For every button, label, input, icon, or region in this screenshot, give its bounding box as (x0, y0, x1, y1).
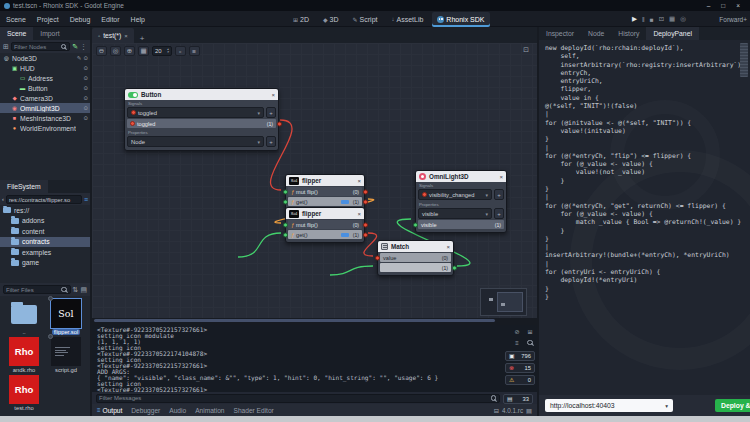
rholang-code[interactable]: new deployId(`rho:rchain:deployId`), sel… (545, 44, 745, 301)
add-item-button[interactable]: + (494, 208, 504, 219)
dock-tab-deploypanel[interactable]: DeployPanel (646, 27, 699, 40)
close-node-icon[interactable]: × (271, 92, 275, 98)
scene-tree-item-camera3d[interactable]: ◆Camera3D⊙ (0, 93, 90, 103)
arrange-nodes-button[interactable]: ≡ (189, 46, 200, 56)
scene-tree-item-meshinstance3d[interactable]: ■MeshInstance3D⊙ (0, 113, 90, 123)
screen-tab-script[interactable]: ✎Script (348, 12, 383, 27)
minimap-toggle-button[interactable]: ▫ (175, 46, 186, 56)
input-port[interactable] (413, 222, 418, 227)
input-port[interactable] (283, 199, 288, 204)
bottom-panel-animation[interactable]: Animation (195, 407, 224, 414)
snap-toggle-button[interactable]: ▦ (138, 46, 149, 56)
pause-button[interactable]: ‖ (642, 16, 645, 23)
file-item-andk-rho[interactable]: Rhoandk.rho (3, 337, 45, 373)
movie-maker-button[interactable]: ▦ (669, 15, 675, 23)
scene-tree-item-button[interactable]: ▬Button⊙ (0, 83, 90, 93)
visibility-toggle-icon[interactable]: ⊙ (83, 55, 88, 61)
screen-tab-2d[interactable]: ⊞2D (288, 12, 314, 27)
node-dropdown[interactable]: Node▾ (127, 136, 264, 147)
scene-tree-item-worldenvironment[interactable]: ●WorldEnvironment (0, 123, 90, 133)
output-port[interactable] (363, 199, 368, 204)
output-port[interactable] (452, 265, 457, 270)
graph-node-match-4[interactable]: Match×value(0)(1) (377, 240, 454, 276)
remote-debug-button[interactable]: ⊡ (659, 15, 664, 23)
graph-node-omnilight3d-3[interactable]: OmniLight3D×Signalsvisibility_changed▾+P… (415, 170, 507, 233)
scene-tree-item-hud[interactable]: ▣HUD⊙ (0, 63, 90, 73)
filter-nodes-input[interactable] (14, 44, 58, 50)
dock-tab-filesystem[interactable]: FileSystem (0, 180, 48, 193)
graph-horizontal-scrollbar[interactable] (92, 318, 537, 322)
node-row[interactable]: ƒmut flip()(0) (288, 220, 362, 229)
toggle-split-mode-icon[interactable]: ≡ (84, 196, 88, 203)
scene-tree-item-node3d[interactable]: ◎Node3D✎⊙ (0, 53, 90, 63)
output-port[interactable] (363, 232, 368, 237)
screen-tab-rhonix-sdk[interactable]: Rhonix SDK (432, 12, 489, 27)
attach-script-icon[interactable]: ✎ (72, 43, 78, 51)
visibility-toggle-icon[interactable]: ⊙ (83, 105, 88, 111)
script-icon[interactable]: ✎ (77, 55, 82, 61)
dock-tab-history[interactable]: History (611, 27, 646, 40)
zoom-in-button[interactable]: ⊕ (124, 46, 135, 56)
node-dropdown[interactable]: visible▾ (418, 208, 492, 219)
add-item-button[interactable]: + (266, 107, 276, 118)
output-port[interactable] (277, 121, 282, 126)
node-row[interactable]: (1) (380, 263, 451, 272)
expand-panel-icon[interactable]: ⊡ (523, 46, 529, 54)
node-url-select[interactable]: http://localhost:40403 ▾ (545, 399, 673, 412)
graph-node-titlebar[interactable]: OmniLight3D× (416, 171, 506, 182)
back-icon[interactable]: ‹ (2, 196, 4, 202)
bottom-panel-debugger[interactable]: Debugger (131, 407, 160, 414)
dock-tab-inspector[interactable]: Inspector (539, 27, 581, 40)
badge-errors[interactable]: ⊗15 (505, 363, 535, 373)
node-row[interactable]: ƒget()(1) (288, 197, 362, 206)
graph-node-flipper-2[interactable]: Solflipper×ƒmut flip()(0)ƒget()(1) (285, 207, 365, 243)
graph-node-titlebar[interactable]: Button× (125, 89, 278, 100)
node-row[interactable]: visible(1) (418, 220, 504, 229)
graph-minimap[interactable] (480, 288, 527, 316)
graph-node-titlebar[interactable]: Solflipper× (286, 175, 364, 186)
scene-tab-test[interactable]: ◦test(*)× (92, 28, 134, 43)
menu-debug[interactable]: Debug (70, 16, 91, 23)
graph-node-titlebar[interactable]: Solflipper× (286, 208, 364, 219)
node-dropdown[interactable]: toggled▾ (127, 107, 264, 118)
node-dropdown[interactable]: visibility_changed▾ (418, 189, 492, 200)
zoom-out-button[interactable]: ⊖ (96, 46, 107, 56)
sort-files-icon[interactable]: ⇅ (73, 286, 79, 294)
folder-item-game[interactable]: game (0, 258, 90, 269)
bottom-panel-shader-editor[interactable]: Shader Editor (233, 407, 273, 414)
menu-help[interactable]: Help (131, 16, 145, 23)
graph-node-button-0[interactable]: Button×Signalstoggled▾+toggled(1)Propert… (124, 88, 279, 151)
file-item-flipper-sol[interactable]: Solflipper.sol (45, 299, 87, 335)
folder-item-addons[interactable]: addons (0, 216, 90, 227)
badge-messages[interactable]: ▣796 (505, 351, 535, 361)
search-output-button[interactable] (525, 338, 535, 347)
graph-editor[interactable]: ⊖◎⊕▦20▴▾▫≡ ⊡ Button×Signalstoggled▾+togg… (92, 43, 537, 322)
new-tab-button[interactable]: + (134, 34, 151, 43)
visibility-toggle-icon[interactable]: ⊙ (83, 115, 88, 121)
spinner-icon[interactable]: ▴▾ (167, 48, 169, 54)
dock-tab-node[interactable]: Node (581, 27, 611, 40)
folder-item-content[interactable]: content (0, 226, 90, 237)
badge-editor-messages[interactable]: ▤ 33 (503, 394, 533, 404)
deploy-run-button[interactable]: Deploy & Run (715, 399, 750, 412)
collapse-duplicates-button[interactable]: ≡ (512, 338, 522, 347)
input-port[interactable] (283, 232, 288, 237)
file-list-view-icon[interactable]: ▤ (80, 286, 87, 294)
dock-tab-scene[interactable]: Scene (0, 27, 33, 40)
add-item-button[interactable]: + (266, 136, 276, 147)
add-item-button[interactable]: + (494, 189, 504, 200)
folder-item-contracts[interactable]: contracts (0, 237, 90, 248)
stop-button[interactable]: ■ (650, 16, 654, 23)
graph-node-titlebar[interactable]: Match× (378, 241, 453, 252)
input-port[interactable] (375, 255, 380, 260)
scene-tree-item-address[interactable]: ▭Address⊙ (0, 73, 90, 83)
graph-node-flipper-1[interactable]: Solflipper×ƒmut flip()(0)ƒget()(1) (285, 174, 365, 210)
dock-tab-import[interactable]: Import (33, 27, 66, 40)
filter-files-input[interactable] (6, 287, 59, 293)
instant-preview-button[interactable]: ◎ (680, 15, 686, 23)
node-row[interactable]: toggled(1) (127, 119, 276, 128)
close-node-icon[interactable]: × (499, 174, 503, 180)
screen-tab-3d[interactable]: ◆3D (318, 12, 344, 27)
node-row[interactable]: value(0) (380, 253, 451, 262)
instance-scene-icon[interactable]: ⊞ (3, 43, 9, 51)
